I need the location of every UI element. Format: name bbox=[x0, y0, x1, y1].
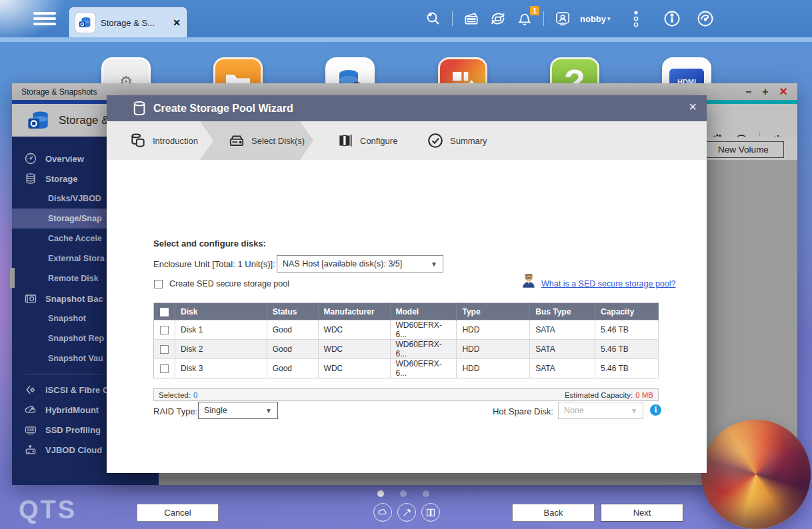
myqnapcloud-icon[interactable] bbox=[373, 503, 392, 522]
window-maximize-button[interactable]: + bbox=[762, 87, 768, 97]
sed-checkbox-label: Create SED secure storage pool bbox=[169, 279, 289, 288]
next-button[interactable]: Next bbox=[601, 504, 683, 522]
estimated-capacity-value: 0 MB bbox=[635, 391, 653, 399]
user-avatar-icon[interactable] bbox=[549, 5, 576, 32]
create-storage-pool-wizard-dialog: Create Storage Pool Wizard ✕ Introductio… bbox=[107, 95, 707, 473]
desktop: ⚙ ? HDMI Storage & S... ✕ bbox=[0, 0, 812, 529]
pool-cylinder-icon bbox=[132, 101, 147, 117]
select-all-checkbox[interactable] bbox=[160, 308, 169, 316]
iscsi-icon bbox=[24, 383, 37, 396]
table-row[interactable]: Disk 3GoodWDCWD60EFRX-6...HDDSATA5.46 TB bbox=[154, 359, 659, 378]
raid-type-label: RAID Type: bbox=[153, 406, 197, 416]
desktop-page-dots bbox=[377, 490, 429, 497]
storage-stack-icon bbox=[24, 172, 37, 185]
cloud-icon bbox=[24, 403, 37, 416]
info-icon[interactable] bbox=[659, 5, 685, 32]
main-menu-button[interactable] bbox=[33, 12, 56, 27]
search-icon[interactable] bbox=[420, 5, 447, 32]
table-footer: Selected: 0 Estimated Capacity: 0 MB bbox=[153, 388, 659, 401]
qts-spiral-logo bbox=[701, 420, 811, 529]
notifications-bell-icon[interactable]: 1 bbox=[511, 5, 538, 32]
svg-text:SSD: SSD bbox=[27, 428, 35, 432]
disk-table: Disk Status Manufacturer Model Type Bus … bbox=[153, 302, 659, 378]
row-checkbox[interactable] bbox=[160, 345, 169, 354]
tab-label: Storage & S... bbox=[101, 18, 167, 28]
window-close-button[interactable]: ✕ bbox=[779, 87, 788, 97]
table-row[interactable]: Disk 2GoodWDCWD60EFRX-6...HDDSATA5.46 TB bbox=[154, 340, 659, 359]
cancel-button[interactable]: Cancel bbox=[137, 504, 219, 522]
step-configure: Configure bbox=[337, 121, 397, 160]
sed-info-link[interactable]: What is a SED secure storage pool? bbox=[541, 279, 676, 288]
ssd-icon: SSD bbox=[24, 423, 37, 436]
window-title: Storage & Snapshots bbox=[21, 87, 97, 97]
storage-tab-icon bbox=[75, 13, 95, 33]
dropdown-caret-icon: ▼ bbox=[265, 407, 272, 414]
storage-app-icon bbox=[27, 108, 52, 133]
estimated-capacity-label: Estimated Capacity: bbox=[565, 391, 633, 399]
user-name[interactable]: nobby bbox=[580, 14, 606, 24]
more-options-kebab-icon[interactable] bbox=[623, 5, 649, 32]
professor-icon bbox=[520, 272, 537, 289]
introduction-icon bbox=[129, 132, 147, 149]
page-dot-2[interactable] bbox=[400, 490, 407, 497]
step-select-disks-active: Select Disk(s) bbox=[200, 121, 313, 160]
qts-logo: QTS bbox=[19, 496, 77, 524]
selected-item-edge-marker bbox=[10, 268, 15, 288]
hot-spare-label: Hot Spare Disk: bbox=[480, 406, 553, 416]
hot-spare-info-icon[interactable]: i bbox=[650, 404, 661, 416]
documentation-book-icon[interactable] bbox=[421, 503, 440, 522]
dialog-title: Create Storage Pool Wizard bbox=[153, 103, 293, 115]
dialog-header: Create Storage Pool Wizard ✕ bbox=[107, 95, 707, 121]
page-dot-1[interactable] bbox=[377, 490, 384, 497]
wizard-steps: Introduction Select Disk(s) Configure Su… bbox=[107, 121, 707, 160]
dashboard-gauge-icon[interactable] bbox=[692, 5, 719, 32]
window-minimize-button[interactable]: − bbox=[745, 87, 751, 97]
section-label: Select and configure disks: bbox=[153, 239, 266, 249]
topbar-icons: 1 nobby ▾ bbox=[420, 0, 719, 37]
notification-badge: 1 bbox=[530, 6, 539, 15]
selected-count: 0 bbox=[193, 391, 197, 399]
dropdown-caret-icon: ▼ bbox=[631, 407, 637, 414]
top-bar-strip bbox=[0, 37, 812, 42]
user-menu-caret-icon[interactable]: ▾ bbox=[607, 15, 611, 22]
row-checkbox[interactable] bbox=[160, 364, 169, 373]
hot-spare-select: None ▼ bbox=[558, 402, 643, 419]
table-row[interactable]: Disk 1GoodWDCWD60EFRX-6...HDDSATA5.46 TB bbox=[154, 320, 659, 340]
selected-label: Selected: bbox=[159, 391, 191, 399]
enclosure-select[interactable]: NAS Host [available disk(s): 3/5] ▼ bbox=[277, 255, 443, 272]
utilities-hammer-icon[interactable] bbox=[397, 503, 416, 522]
back-button[interactable]: Back bbox=[512, 504, 595, 522]
topbar-divider bbox=[452, 11, 453, 26]
external-device-sync-icon[interactable] bbox=[485, 5, 511, 32]
gauge-icon bbox=[24, 152, 37, 165]
vjbod-cloud-icon bbox=[24, 443, 37, 456]
row-checkbox[interactable] bbox=[160, 326, 169, 334]
sed-checkbox[interactable] bbox=[154, 280, 163, 288]
wizard-body: Select and configure disks: Enclosure Un… bbox=[107, 160, 707, 473]
page-dot-3[interactable] bbox=[423, 490, 429, 497]
step-introduction: Introduction bbox=[129, 121, 198, 160]
summary-check-icon bbox=[427, 132, 444, 149]
dropdown-caret-icon: ▼ bbox=[431, 261, 437, 268]
background-tasks-icon[interactable] bbox=[458, 5, 485, 32]
enclosure-label: Enclosure Unit [Total: 1 Unit(s)]: bbox=[153, 259, 275, 269]
tab-close-icon[interactable]: ✕ bbox=[173, 17, 181, 28]
camera-icon bbox=[24, 292, 37, 305]
dialog-close-icon[interactable]: ✕ bbox=[689, 101, 697, 113]
desktop-footer-icons bbox=[373, 503, 440, 522]
topbar-divider bbox=[543, 11, 544, 26]
raid-type-select[interactable]: Single ▼ bbox=[198, 402, 278, 419]
configure-icon bbox=[337, 132, 354, 149]
tab-storage-snapshots[interactable]: Storage & S... ✕ bbox=[69, 7, 187, 37]
step-summary: Summary bbox=[427, 121, 487, 160]
new-volume-button[interactable]: New Volume bbox=[703, 141, 784, 158]
table-header-row: Disk Status Manufacturer Model Type Bus … bbox=[154, 303, 659, 320]
select-disks-icon bbox=[228, 132, 245, 149]
